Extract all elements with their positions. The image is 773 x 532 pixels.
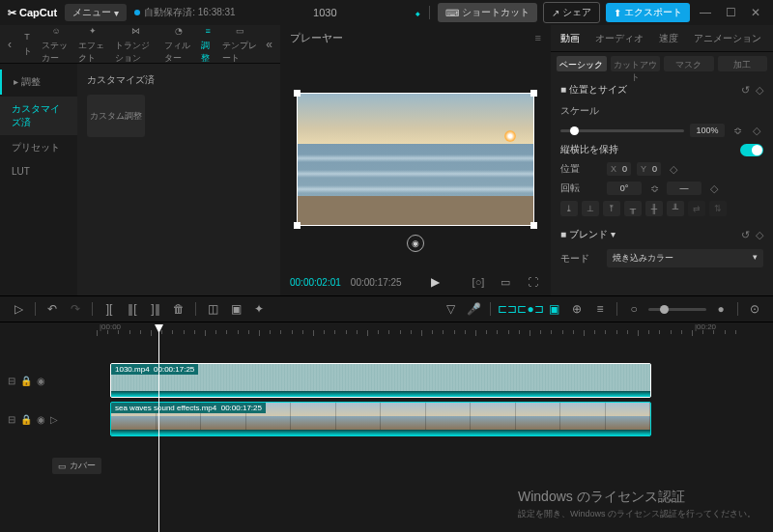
tab-template[interactable]: ▭テンプレート [219,22,260,67]
track-lock-icon[interactable]: 🔒 [20,414,32,425]
vip-icon[interactable]: ⬥ [415,7,421,18]
pos-x-input[interactable]: X0 [607,162,631,176]
player-viewport[interactable]: ◉ [280,50,551,268]
tab-adjust[interactable]: ≡調整 [198,22,217,67]
snap-icon[interactable]: [○] [470,273,487,291]
side-custom[interactable]: カスタマイズ済 [0,97,77,135]
side-lut[interactable]: LUT [0,160,77,182]
menu-button[interactable]: メニュー ▾ [65,4,127,21]
clip-seawaves[interactable]: sea waves sound effects.mp4 00:00:17:25 [110,402,651,436]
player-options-icon[interactable]: ≡ [535,32,541,43]
align-top-icon[interactable]: ╥ [624,201,642,216]
rotation-value[interactable]: 0° [607,182,642,195]
subtab-mask[interactable]: マスク [664,56,714,71]
track-align-icon[interactable]: ⊕ [568,300,586,318]
crop-icon[interactable]: ◫ [204,300,221,318]
align-left-icon[interactable]: ⤓ [560,201,578,216]
fullscreen-icon[interactable]: ⛶ [524,273,541,291]
tab-filter[interactable]: ◔フィルター [161,22,196,67]
rotation-stepper-icon[interactable]: ≎ [647,182,661,195]
undo-icon[interactable]: ↶ [43,300,61,318]
subtab-enhance[interactable]: 加工 [718,56,768,71]
magnet-icon[interactable]: ⊏⊐ [499,300,516,318]
rotation-keyframe-icon[interactable]: ◇ [707,182,721,195]
delete-icon[interactable]: 🗑 [170,300,187,318]
export-button[interactable]: ⬆ エクスポート [606,3,690,22]
ratio-icon[interactable]: ▭ [497,273,514,291]
rotation-extra[interactable]: — [667,182,701,195]
tab-speed[interactable]: 速度 [655,30,682,47]
blend-keyframe-icon[interactable]: ◇ [756,229,763,241]
clip-1030[interactable]: 1030.mp4 00:00:17:25 [110,363,651,398]
trim-right-icon[interactable]: ]‖ [147,300,164,318]
track-mute-icon[interactable]: ◉ [37,414,45,425]
tab-sticker[interactable]: ☺ステッカー [39,22,73,67]
tab-transition[interactable]: ⋈トランジション [112,22,158,67]
tabs-collapse[interactable]: « [262,38,276,51]
mirror-icon[interactable]: ▣ [227,300,244,318]
zoom-slider[interactable] [648,308,706,311]
share-button[interactable]: ↗ シェア [543,2,600,23]
timeline-ruler[interactable]: |00:00 |00:20 [97,322,773,340]
playhead[interactable] [158,324,159,532]
track-visible-icon[interactable]: ▷ [50,414,58,425]
scale-keyframe-icon[interactable]: ◇ [750,125,763,137]
track-collapse-icon[interactable]: ⊟ [8,414,15,425]
tabs-scroll-left[interactable]: ‹ [4,38,15,51]
resize-handle-tl[interactable] [294,90,301,97]
scale-stepper-icon[interactable]: ≎ [730,125,744,137]
tab-effect[interactable]: ✦エフェクト [75,22,110,67]
keep-ratio-toggle[interactable] [740,144,763,156]
close-button[interactable]: ✕ [746,3,765,22]
rotation-handle-icon[interactable]: ◉ [407,235,424,252]
link-icon[interactable]: ⊏●⊐ [522,300,539,318]
zoom-out-icon[interactable]: ○ [625,300,643,318]
resize-handle-bl[interactable] [294,222,301,229]
mic-icon[interactable]: 🎤 [465,300,482,318]
subtab-cutout[interactable]: カットアウト [611,56,661,71]
maximize-button[interactable]: ☐ [721,3,740,22]
shortcut-button[interactable]: ⌨ ショートカット [438,3,537,22]
zoom-in-icon[interactable]: ● [712,300,730,318]
tab-video[interactable]: 動画 [557,30,584,47]
keyframe-icon[interactable]: ◇ [756,84,763,97]
marker-icon[interactable]: ▽ [442,300,459,318]
trim-left-icon[interactable]: ‖[ [124,300,141,318]
resize-handle-tr[interactable] [530,90,537,97]
custom-adjust-thumb[interactable]: カスタム調整 [87,95,145,137]
minimize-button[interactable]: — [696,3,715,22]
tab-animation[interactable]: アニメーション [690,30,765,47]
track-lock-icon[interactable]: 🔒 [20,376,32,386]
freeze-icon[interactable]: ✦ [250,300,268,318]
side-adjust[interactable]: ▸ 調整 [0,70,77,95]
video-frame[interactable]: ◉ [297,93,534,226]
fit-icon[interactable]: ⊙ [746,300,763,318]
track-height-icon[interactable]: ≡ [591,300,609,318]
align-hcenter-icon[interactable]: ⊥ [582,201,599,216]
resize-handle-br[interactable] [530,222,537,229]
reset-icon[interactable]: ↺ [741,84,750,97]
redo-icon[interactable]: ↷ [67,300,84,318]
scale-value[interactable]: 100% [690,124,725,137]
track-collapse-icon[interactable]: ⊟ [8,376,15,386]
blend-reset-icon[interactable]: ↺ [741,229,750,241]
align-bottom-icon[interactable]: ╨ [667,201,684,216]
split-icon[interactable]: ][ [100,300,118,318]
align-vcenter-icon[interactable]: ╫ [645,201,663,216]
flip-v-icon[interactable]: ⇅ [709,201,727,216]
blend-mode-select[interactable]: 焼き込みカラー▾ [607,249,763,267]
cover-button[interactable]: ▭ カバー [52,458,101,474]
align-right-icon[interactable]: ⤒ [603,201,620,216]
flip-h-icon[interactable]: ⇄ [688,201,705,216]
tab-audio[interactable]: オーディオ [591,30,647,47]
pos-y-input[interactable]: Y0 [637,162,661,176]
tab-text[interactable]: Tト [17,28,37,60]
timeline[interactable]: |00:00 |00:20 ⊟ 🔒 ◉ 1030.mp4 00:00:17:25… [0,322,773,532]
preview-icon[interactable]: ▣ [545,300,562,318]
play-button[interactable]: ▶ [412,275,460,289]
subtab-basic[interactable]: ベーシック [557,56,607,71]
side-preset[interactable]: プリセット [0,135,77,160]
pos-keyframe-icon[interactable]: ◇ [667,163,680,176]
selection-tool-icon[interactable]: ▷ [10,300,27,318]
scale-slider[interactable] [560,129,684,132]
